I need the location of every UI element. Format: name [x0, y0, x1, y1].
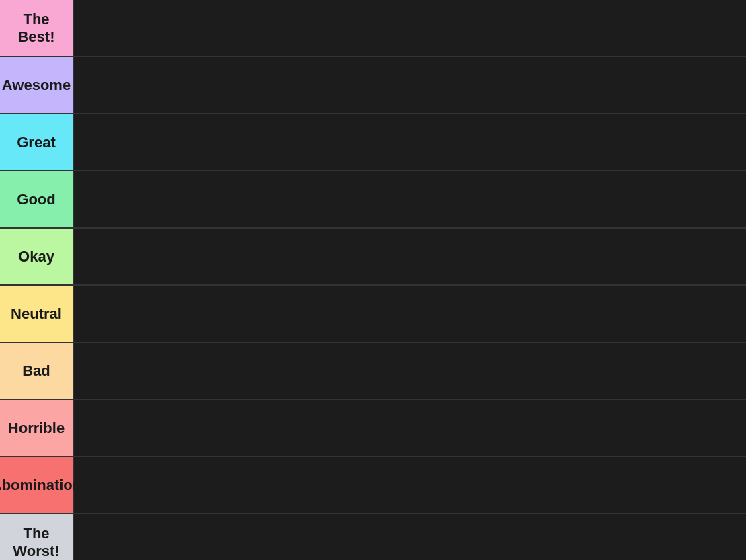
tier-list: The Best!AwesomeGreatGoodOkayNeutralBadH… — [0, 0, 746, 560]
tier-row-great: Great — [0, 114, 746, 171]
tier-content-the-best[interactable] — [74, 0, 746, 56]
tier-row-the-best: The Best! — [0, 0, 746, 57]
tier-content-neutral[interactable] — [74, 286, 746, 342]
tier-content-the-worst[interactable] — [74, 514, 746, 560]
tier-row-the-worst: The Worst! — [0, 514, 746, 560]
tier-label-good: Good — [0, 171, 74, 227]
tier-row-horrible: Horrible — [0, 400, 746, 457]
tier-content-great[interactable] — [74, 114, 746, 170]
tier-content-good[interactable] — [74, 171, 746, 227]
tier-label-abomination: Abomination — [0, 457, 74, 513]
tier-content-horrible[interactable] — [74, 400, 746, 456]
tier-label-bad: Bad — [0, 343, 74, 399]
tier-row-okay: Okay — [0, 229, 746, 286]
tier-row-good: Good — [0, 171, 746, 229]
tier-label-the-best: The Best! — [0, 0, 74, 56]
tier-content-okay[interactable] — [74, 229, 746, 284]
tier-label-horrible: Horrible — [0, 400, 74, 456]
tier-content-abomination[interactable] — [74, 457, 746, 513]
tier-row-abomination: Abomination — [0, 457, 746, 514]
tier-label-okay: Okay — [0, 229, 74, 284]
tier-row-bad: Bad — [0, 343, 746, 400]
tier-row-neutral: Neutral — [0, 286, 746, 343]
tier-label-awesome: Awesome — [0, 57, 74, 113]
tier-label-the-worst: The Worst! — [0, 514, 74, 560]
tier-content-awesome[interactable] — [74, 57, 746, 113]
tier-content-bad[interactable] — [74, 343, 746, 399]
tier-label-neutral: Neutral — [0, 286, 74, 342]
tier-label-great: Great — [0, 114, 74, 170]
tier-row-awesome: Awesome — [0, 57, 746, 114]
